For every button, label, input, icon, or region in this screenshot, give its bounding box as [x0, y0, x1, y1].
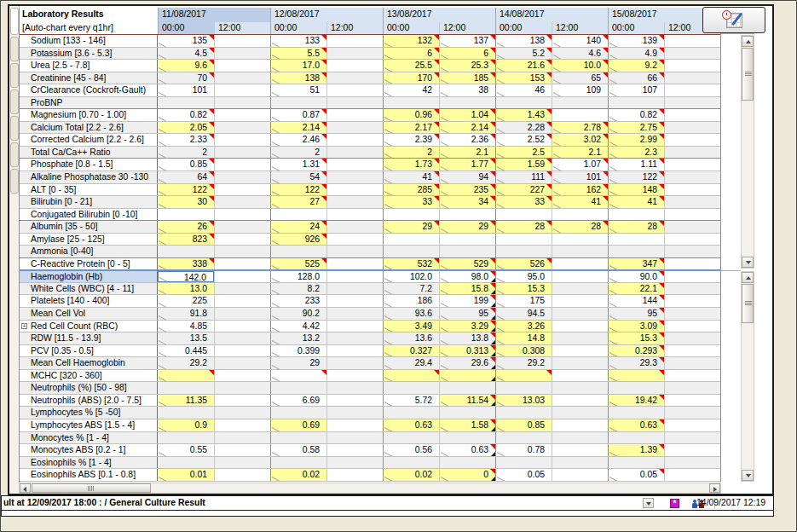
- result-cell[interactable]: [552, 370, 608, 382]
- result-cell[interactable]: [664, 332, 720, 344]
- row-label[interactable]: Monocytes % [1 - 4]: [20, 432, 158, 444]
- result-cell[interactable]: [383, 382, 439, 394]
- result-cell[interactable]: [552, 357, 608, 369]
- result-cell[interactable]: 7.2: [383, 283, 439, 295]
- result-cell[interactable]: [495, 407, 552, 419]
- result-cell[interactable]: 0.63: [383, 419, 439, 431]
- result-cell[interactable]: 0.82: [608, 109, 664, 121]
- result-cell[interactable]: 111: [495, 171, 552, 183]
- row-label[interactable]: Phosphate [0.8 - 1.5]: [20, 159, 158, 171]
- result-cell[interactable]: [158, 407, 214, 419]
- result-cell[interactable]: [326, 345, 383, 357]
- result-cell[interactable]: [326, 295, 383, 307]
- result-cell[interactable]: 175: [495, 295, 552, 307]
- result-cell[interactable]: [552, 432, 608, 444]
- result-cell[interactable]: 2.14: [439, 122, 495, 134]
- result-cell[interactable]: 95: [439, 308, 495, 320]
- scroll-left-button[interactable]: [20, 483, 31, 493]
- result-cell[interactable]: [552, 283, 608, 295]
- result-cell[interactable]: 27: [270, 196, 326, 208]
- result-cell[interactable]: [214, 258, 270, 270]
- result-cell[interactable]: [495, 382, 552, 394]
- result-cell[interactable]: [214, 122, 270, 134]
- result-cell[interactable]: 338: [158, 258, 214, 270]
- result-cell[interactable]: [664, 72, 720, 84]
- result-cell[interactable]: 46: [495, 84, 552, 96]
- row-label[interactable]: Neutrophils (%) [50 - 98]: [20, 382, 158, 394]
- result-cell[interactable]: [552, 234, 608, 246]
- result-cell[interactable]: 3.26: [495, 321, 552, 332]
- chart-annotate-button[interactable]: [702, 7, 765, 33]
- row-label[interactable]: Ammonia [0-40]: [20, 246, 158, 257]
- result-cell[interactable]: 2.14: [270, 122, 326, 134]
- result-cell[interactable]: [214, 60, 270, 72]
- result-cell[interactable]: 13.8: [439, 332, 495, 344]
- row-label[interactable]: Potassium [3.6 - 5.3]: [20, 48, 158, 60]
- result-cell[interactable]: [383, 407, 439, 419]
- result-cell[interactable]: [326, 395, 383, 407]
- side-tab[interactable]: [10, 37, 19, 61]
- status-dropdown-button[interactable]: [643, 498, 654, 508]
- result-cell[interactable]: 11.35: [158, 395, 214, 407]
- result-cell[interactable]: 0.327: [383, 345, 439, 357]
- result-cell[interactable]: 109: [552, 84, 608, 96]
- result-cell[interactable]: [608, 97, 664, 109]
- scroll-up-button[interactable]: [742, 36, 754, 47]
- result-cell[interactable]: [495, 457, 552, 469]
- row-label[interactable]: Haemoglobin (Hb): [20, 270, 158, 282]
- result-cell[interactable]: 233: [270, 295, 326, 307]
- result-cell[interactable]: [552, 345, 608, 357]
- result-cell[interactable]: 17.0: [270, 60, 326, 72]
- result-cell[interactable]: [664, 308, 720, 320]
- result-cell[interactable]: [214, 432, 270, 444]
- result-cell[interactable]: [214, 444, 270, 456]
- result-cell[interactable]: [552, 395, 608, 407]
- result-cell[interactable]: [664, 171, 720, 183]
- result-cell[interactable]: 101: [158, 84, 214, 96]
- result-cell[interactable]: 95.0: [495, 271, 552, 282]
- result-cell[interactable]: [214, 209, 270, 221]
- result-cell[interactable]: 33: [495, 196, 552, 208]
- result-cell[interactable]: [326, 209, 383, 221]
- result-cell[interactable]: 10.0: [552, 60, 608, 72]
- result-cell[interactable]: 29: [383, 221, 439, 233]
- result-cell[interactable]: [326, 196, 383, 208]
- result-cell[interactable]: [214, 345, 270, 357]
- result-cell[interactable]: [326, 357, 383, 369]
- result-cell[interactable]: 25.3: [439, 60, 495, 72]
- result-cell[interactable]: 66: [608, 72, 664, 84]
- result-cell[interactable]: [158, 209, 214, 221]
- result-cell[interactable]: 227: [495, 184, 552, 196]
- result-cell[interactable]: 91.8: [158, 308, 214, 320]
- result-cell[interactable]: 4.85: [158, 321, 214, 332]
- result-cell[interactable]: 5.72: [383, 395, 439, 407]
- result-cell[interactable]: [326, 147, 383, 159]
- result-cell[interactable]: 285: [383, 184, 439, 196]
- result-cell[interactable]: [608, 407, 664, 419]
- result-cell[interactable]: [552, 407, 608, 419]
- result-cell[interactable]: [439, 457, 495, 469]
- result-cell[interactable]: [439, 209, 495, 221]
- result-cell[interactable]: [270, 209, 326, 221]
- result-cell[interactable]: 153: [495, 72, 552, 84]
- result-cell[interactable]: 93.6: [383, 308, 439, 320]
- result-cell[interactable]: 28: [495, 221, 552, 233]
- result-cell[interactable]: [326, 258, 383, 270]
- result-cell[interactable]: [552, 469, 608, 481]
- result-cell[interactable]: 133: [270, 35, 326, 47]
- result-cell[interactable]: [326, 171, 383, 183]
- result-cell[interactable]: 15.8: [439, 283, 495, 295]
- result-cell[interactable]: 41: [552, 196, 608, 208]
- result-cell[interactable]: 142.0: [158, 271, 214, 282]
- result-cell[interactable]: 122: [270, 184, 326, 196]
- result-cell[interactable]: 148: [608, 184, 664, 196]
- row-label[interactable]: Albumin [35 - 50]: [20, 221, 158, 233]
- result-cell[interactable]: [326, 72, 383, 84]
- result-cell[interactable]: 94.5: [495, 308, 552, 320]
- result-cell[interactable]: [270, 407, 326, 419]
- result-cell[interactable]: [214, 159, 270, 171]
- result-cell[interactable]: 2.39: [383, 134, 439, 146]
- row-label[interactable]: Lymphocytes ABS [1.5 - 4]: [20, 419, 158, 431]
- result-cell[interactable]: 29.3: [608, 357, 664, 369]
- result-cell[interactable]: [664, 234, 720, 246]
